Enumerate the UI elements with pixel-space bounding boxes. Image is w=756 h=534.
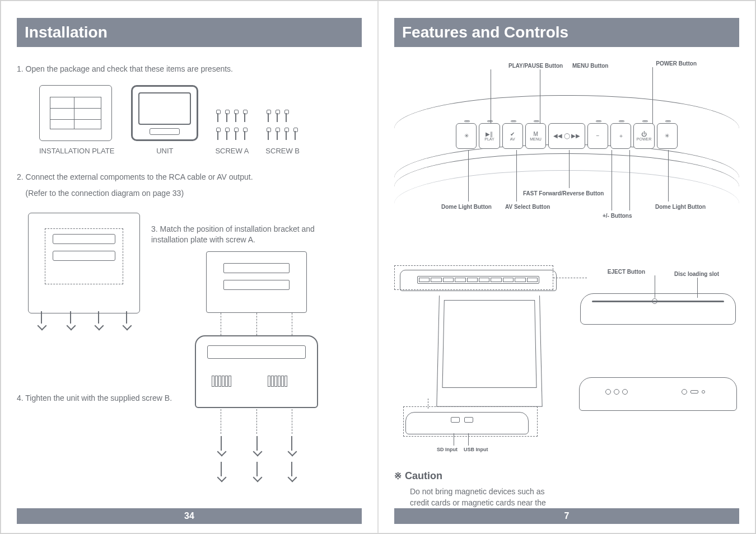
caution-symbol-icon: ※ (394, 471, 402, 481)
left-title-bar: Installation (17, 18, 362, 47)
screw-a-icon (215, 110, 249, 141)
right-title-bar: Features and Controls (394, 18, 739, 47)
label-usb-input: USB Input (464, 447, 488, 452)
av-select-button: ✔AV (502, 123, 523, 149)
installation-plate-icon (39, 85, 112, 141)
label-sd-input: SD Input (437, 447, 458, 452)
bracket-diagram (28, 213, 140, 313)
dome-light-right-button: ✳ (657, 123, 678, 149)
control-panel-diagram: PLAY/PAUSE Button MENU Button POWER Butt… (394, 81, 739, 249)
play-pause-button: ▶∥PLAY (479, 123, 500, 149)
item-unit: UNIT (131, 85, 198, 155)
callout-av-select: AV Select Button (505, 204, 550, 210)
callout-menu: MENU Button (572, 63, 608, 69)
caution-heading: ※Caution (394, 470, 739, 482)
item-installation-plate: INSTALLATION PLATE (39, 85, 114, 155)
callout-disc-slot: Disc loading slot (674, 271, 719, 277)
screw-b-icon (265, 110, 300, 141)
minus-button: − (587, 123, 608, 149)
step-3-text: 3. Match the position of installation br… (151, 224, 330, 246)
label-unit: UNIT (131, 147, 198, 155)
plus-button: ＋ (610, 123, 631, 149)
callout-eject: EJECT Button (608, 269, 645, 275)
jack-panel-view (577, 372, 739, 416)
label-screw-b: SCREW B (265, 147, 300, 155)
label-installation-plate: INSTALLATION PLATE (39, 147, 114, 155)
label-screw-a: SCREW A (215, 147, 249, 155)
button-strip: ✳ ▶∥PLAY ✔AV MMENU ◀◀ ◯ ▶▶ − ＋ ⏻POWER ✳ (456, 123, 678, 149)
callout-ff-rev: FAST Forward/Reverse Button (523, 190, 604, 196)
page-left: Installation 1. Open the package and che… (1, 1, 378, 533)
callout-plus-minus: +/- Buttons (603, 213, 632, 219)
left-page-number: 34 (17, 508, 362, 524)
step3-row: 3. Match the position of installation br… (17, 205, 362, 486)
package-items-row: INSTALLATION PLATE UNIT SCREW A SCREW B (39, 85, 362, 155)
monitor-side-view (394, 268, 562, 419)
item-screw-b: SCREW B (265, 110, 300, 155)
page-right: Features and Controls PLAY/PAUSE Button … (378, 1, 755, 533)
disc-slot-view (577, 277, 739, 338)
callout-dome-right: Dome Light Button (655, 204, 706, 210)
menu-button: MMENU (525, 123, 546, 149)
callout-power: POWER Button (656, 60, 697, 67)
port-panel-view (405, 412, 529, 434)
callout-dome-left: Dome Light Button (441, 204, 492, 210)
step-2-line2: (Refer to the connection diagram on page… (17, 188, 362, 199)
unit-icon (131, 85, 198, 141)
dome-light-left-button: ✳ (456, 123, 477, 149)
item-screw-a: SCREW A (215, 110, 249, 155)
ff-rev-button: ◀◀ ◯ ▶▶ (548, 123, 585, 149)
lower-diagrams: SD Input USB Input EJECT Button Disc loa… (394, 265, 739, 467)
step-1-text: 1. Open the package and check that these… (17, 64, 362, 75)
right-page-number: 7 (394, 508, 739, 524)
step-4-text: 4. Tighten the unit with the supplied sc… (17, 393, 172, 404)
step-2-line1: 2. Connect the external compoments to th… (17, 172, 362, 183)
callout-play-pause: PLAY/PAUSE Button (508, 63, 563, 69)
power-button: ⏻POWER (633, 123, 654, 149)
assembly-diagram (195, 251, 318, 486)
